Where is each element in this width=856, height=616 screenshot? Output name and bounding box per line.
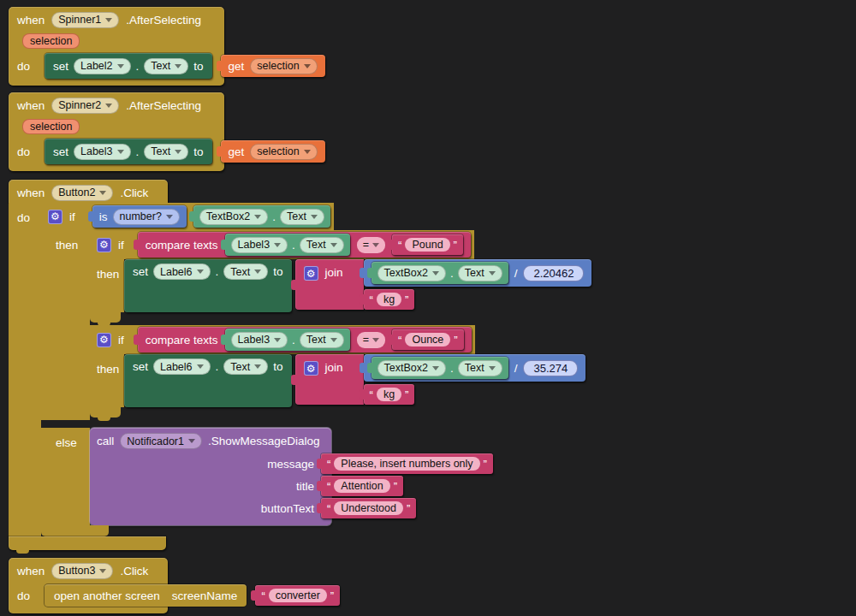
component-dropdown[interactable]: Notificador1 (120, 433, 202, 449)
string-value[interactable]: kg (377, 388, 401, 401)
component-dropdown[interactable]: Button2 (51, 185, 113, 201)
mutator-gear-icon[interactable]: ⚙ (48, 210, 62, 224)
type-check-dropdown[interactable]: number? (113, 209, 180, 225)
get-selection-block[interactable]: get selection (221, 140, 325, 163)
component-dropdown[interactable]: Label6 (153, 358, 211, 375)
string-value[interactable]: Understood (334, 501, 403, 515)
dropdown-arrow-icon (330, 243, 337, 247)
property-dropdown[interactable]: Text (144, 58, 188, 74)
number-field[interactable]: 2.20462 (523, 265, 584, 281)
if-label: if (118, 334, 124, 346)
set-label6-text-block[interactable]: set Label6 . Text (124, 259, 292, 312)
dot-separator: . (450, 267, 454, 280)
component-dropdown[interactable]: Label3 (231, 332, 288, 348)
component-dropdown[interactable]: Button3 (51, 563, 113, 579)
open-quote: “ (327, 480, 330, 493)
string-block-kg[interactable]: “ kg ” (364, 384, 415, 405)
string-block-message[interactable]: “ Please, insert numbers only ” (321, 453, 493, 474)
string-value[interactable]: Please, insert numbers only (334, 457, 479, 471)
component-dropdown[interactable]: Label2 (74, 58, 131, 74)
mutator-gear-icon[interactable]: ⚙ (304, 361, 318, 376)
block-when-spinner2-afterselecting[interactable]: when Spinner2 .AfterSelecting selection … (9, 92, 224, 171)
set-label6-text-block[interactable]: set Label6 . Text (124, 354, 292, 407)
block-when-button3-click[interactable]: when Button3 .Click do open another scre… (9, 558, 168, 613)
string-block-title[interactable]: “ Attention ” (321, 476, 403, 496)
set-label3-text-block[interactable]: set Label3 . Text to (45, 139, 212, 164)
string-value[interactable]: Attention (334, 479, 389, 493)
property-dropdown[interactable]: Text (300, 237, 344, 253)
property-dropdown[interactable]: Text (144, 144, 188, 160)
property-dropdown[interactable]: Text (300, 332, 344, 348)
method-name: .ShowMessageDialog (208, 435, 320, 447)
is-number-block[interactable]: is number? (92, 205, 187, 228)
comparison-operator-dropdown[interactable]: = (357, 237, 385, 253)
dropdown-arrow-icon (304, 64, 311, 68)
do-label: do (17, 211, 30, 224)
component-dropdown[interactable]: Label6 (153, 264, 211, 280)
mutator-gear-icon[interactable]: ⚙ (97, 238, 111, 252)
param-selection[interactable]: selection (22, 119, 80, 134)
textbox2-text-getter-block[interactable]: TextBox2 . Text (193, 205, 330, 228)
property-dropdown[interactable]: Text (458, 360, 502, 376)
compare-texts-block[interactable]: compare texts Label3 . Text (138, 232, 471, 258)
string-block-ounce[interactable]: “ Ounce ” (392, 329, 464, 350)
mutator-gear-icon[interactable]: ⚙ (304, 266, 318, 281)
component-dropdown[interactable]: Spinner2 (51, 98, 119, 114)
property-name: Text (151, 145, 170, 157)
set-label: set (53, 145, 68, 158)
if-block-ounce[interactable]: ⚙ if compare texts Label3 . (90, 325, 586, 418)
variable-dropdown[interactable]: selection (250, 144, 317, 160)
string-value[interactable]: kg (377, 293, 401, 306)
component-dropdown[interactable]: Spinner1 (51, 12, 119, 28)
if-then-else-block[interactable]: ⚙ if is number? TextBox2 . (41, 203, 591, 536)
component-dropdown[interactable]: TextBox2 (377, 265, 446, 281)
component-dropdown[interactable]: TextBox2 (377, 360, 446, 376)
do-label: do (17, 589, 41, 602)
component-dropdown[interactable]: Label3 (231, 237, 288, 253)
join-block[interactable]: ⚙ join TextBox2 (295, 259, 592, 310)
blocks-workspace[interactable]: when Spinner1 .AfterSelecting selection … (0, 0, 856, 616)
string-value[interactable]: Pound (405, 238, 449, 252)
property-dropdown[interactable]: Text (458, 265, 502, 281)
set-label2-text-block[interactable]: set Label2 . Text to (45, 53, 212, 79)
number-field[interactable]: 35.274 (523, 360, 578, 376)
textbox2-text-getter-block[interactable]: TextBox2 . Text (372, 357, 508, 379)
component-dropdown[interactable]: Label3 (74, 144, 131, 160)
label3-text-getter-block[interactable]: Label3 . Text (225, 329, 350, 351)
open-another-screen-block[interactable]: open another screen screenName (45, 584, 247, 607)
string-block-buttontext[interactable]: “ Understood ” (321, 498, 416, 518)
textbox2-text-getter-block[interactable]: TextBox2 . Text (372, 262, 508, 284)
block-when-button2-click[interactable]: when Button2 .Click do ⚙ if is number? (9, 180, 591, 550)
when-label: when (17, 565, 45, 578)
property-dropdown[interactable]: Text (280, 209, 324, 225)
event-name: .Click (120, 565, 148, 578)
if-block-pound[interactable]: ⚙ if compare texts Label3 . (90, 230, 591, 323)
string-value[interactable]: Ounce (405, 333, 450, 346)
division-block[interactable]: TextBox2 . Text (364, 354, 586, 382)
component-dropdown[interactable]: TextBox2 (199, 209, 268, 225)
close-quote: ” (405, 293, 408, 306)
block-when-spinner1-afterselecting[interactable]: when Spinner1 .AfterSelecting selection … (9, 7, 224, 86)
division-block[interactable]: TextBox2 . Text (364, 259, 592, 287)
get-selection-block[interactable]: get selection (221, 55, 325, 77)
dropdown-arrow-icon (117, 150, 124, 154)
label3-text-getter-block[interactable]: Label3 . Text (225, 234, 350, 256)
join-block[interactable]: ⚙ join TextBox2 (295, 354, 586, 405)
param-selection[interactable]: selection (22, 33, 80, 49)
component-name: Notificador1 (127, 435, 184, 447)
operator: = (363, 334, 369, 346)
string-block-pound[interactable]: “ Pound ” (392, 234, 463, 255)
property-dropdown[interactable]: Text (223, 358, 268, 375)
property-dropdown[interactable]: Text (223, 264, 268, 280)
comparison-operator-dropdown[interactable]: = (357, 332, 385, 348)
call-showmessagedialog-block[interactable]: call Notificador1 .ShowMessageDialog mes… (90, 428, 331, 525)
string-value[interactable]: converter (269, 589, 327, 602)
then-label: then (56, 239, 78, 252)
variable-dropdown[interactable]: selection (250, 58, 317, 74)
compare-texts-label: compare texts (146, 239, 218, 252)
string-block-converter[interactable]: “ converter ” (255, 585, 340, 606)
string-block-kg[interactable]: “ kg ” (364, 289, 415, 310)
dropdown-arrow-icon (175, 64, 181, 68)
compare-texts-block[interactable]: compare texts Label3 . Text (138, 327, 472, 352)
mutator-gear-icon[interactable]: ⚙ (97, 333, 111, 347)
